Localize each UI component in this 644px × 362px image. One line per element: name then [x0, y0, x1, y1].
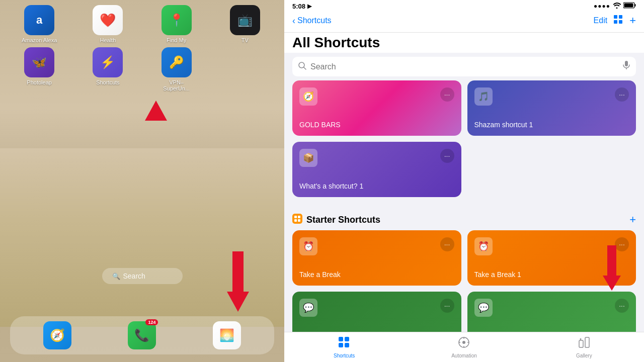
gold-bars-more-button[interactable]: ···: [440, 87, 454, 102]
svg-rect-6: [619, 20, 622, 24]
svg-rect-12: [294, 216, 297, 218]
safari-icon: 🧭: [50, 328, 65, 342]
search-magnifier-icon: 🔍: [112, 273, 120, 280]
app-vpn[interactable]: 🔑 VPN–SuperUn...: [156, 47, 197, 92]
dock-phone[interactable]: 📞 124: [128, 321, 156, 349]
status-bar: 5:08 ▶ ●●●●: [284, 0, 644, 12]
shortcuts-label: Shortcuts: [96, 79, 119, 85]
nav-back-button[interactable]: ‹ Shortcuts: [292, 16, 332, 26]
edit-button[interactable]: Edit: [594, 16, 608, 25]
svg-rect-17: [345, 337, 349, 341]
shortcut-shazam[interactable]: 🎵 ··· Shazam shortcut 1: [467, 80, 636, 136]
svg-rect-5: [614, 20, 617, 24]
shortcuts-tab-icon: [338, 336, 350, 351]
shortcuts-icon: ⚡: [93, 47, 123, 77]
search-container: [284, 53, 644, 80]
grid-view-button[interactable]: [613, 15, 623, 27]
starter-shortcuts-header: Starter Shortcuts +: [292, 207, 636, 230]
phone-search-label: Search: [123, 272, 145, 280]
signal-icon: ●●●●: [594, 3, 610, 10]
search-input[interactable]: [310, 62, 619, 71]
card-arrow-shaft: [607, 245, 616, 276]
app-health[interactable]: ❤️ Health: [88, 5, 128, 43]
app-grid: a Amazon Alexa ❤️ Health 📍 Find My 📺: [5, 5, 279, 96]
tab-automation[interactable]: Automation: [404, 336, 524, 360]
dock-safari[interactable]: 🧭: [43, 321, 71, 349]
svg-rect-19: [345, 343, 349, 347]
take-break-name: Take a Break: [299, 270, 454, 279]
starter-section-icon: [292, 214, 302, 226]
app-photoleap[interactable]: 🦋 Photoleap: [19, 47, 59, 92]
red-arrow-down: [227, 251, 249, 312]
shortcut-text-last-image[interactable]: 💬 ··· Text Last Image: [292, 292, 461, 332]
photoleap-label: Photoleap: [27, 79, 52, 85]
shazam-icon: 🎵: [474, 87, 493, 106]
arrow-shaft-down: [232, 251, 244, 292]
gallery-tab-label: Gallery: [576, 353, 592, 358]
tab-gallery[interactable]: Gallery: [524, 336, 644, 360]
whats-shortcut-name: What's a shortcut? 1: [299, 182, 454, 190]
shortcut-gold-bars[interactable]: 🧭 ··· GOLD BARS: [292, 80, 461, 136]
svg-rect-1: [635, 4, 636, 7]
svg-rect-13: [298, 216, 300, 218]
photos-icon: 🌅: [219, 328, 234, 342]
gold-bars-name: GOLD BARS: [299, 121, 454, 129]
nav-bar: ‹ Shortcuts Edit +: [284, 12, 644, 33]
shazam-more-button[interactable]: ···: [615, 87, 629, 102]
take-break-more-button[interactable]: ···: [440, 237, 454, 251]
wifi-icon: [613, 2, 621, 10]
svg-rect-14: [294, 219, 297, 222]
automation-tab-label: Automation: [451, 353, 477, 358]
shortcuts-panel: 5:08 ▶ ●●●● ‹ Shortcuts Edit + All Short…: [284, 0, 644, 362]
location-icon: ▶: [307, 3, 311, 10]
vpn-icon: 🔑: [162, 47, 192, 77]
shortcut-take-break-1[interactable]: ⏰ ··· Take a Break 1: [467, 230, 636, 286]
card-header: 💬 ···: [474, 299, 629, 317]
status-time: 5:08 ▶: [292, 3, 311, 10]
svg-rect-2: [624, 4, 633, 8]
mic-icon: [623, 61, 630, 72]
phone-screen: a Amazon Alexa ❤️ Health 📍 Find My 📺: [0, 0, 284, 362]
app-alexa[interactable]: a Amazon Alexa: [19, 5, 59, 43]
phone-dock: 🧭 📞 124 🌅: [10, 316, 274, 354]
findmy-icon: 📍: [162, 5, 192, 35]
whats-shortcut-more-button[interactable]: ···: [440, 149, 454, 163]
findmy-label: Find My: [167, 37, 186, 43]
take-break-1-icon: ⏰: [474, 237, 493, 255]
phone-badge: 124: [145, 319, 158, 325]
svg-rect-3: [614, 15, 617, 19]
shortcut-whats-a-shortcut[interactable]: 📦 ··· What's a shortcut? 1: [292, 142, 461, 197]
tv-label: TV: [242, 37, 249, 43]
text-last-image-2-icon: 💬: [474, 299, 493, 317]
tab-bar: Shortcuts Automation Gallery: [284, 332, 644, 362]
text-last-image-2-more-button[interactable]: ···: [615, 299, 629, 313]
svg-point-21: [462, 341, 465, 344]
svg-rect-27: [585, 337, 589, 347]
all-shortcuts-grid: 🧭 ··· GOLD BARS 🎵 ··· Shazam shortcut 1: [292, 80, 636, 197]
time-display: 5:08: [292, 3, 305, 10]
vpn-label: VPN–SuperUn...: [156, 79, 197, 92]
whats-shortcut-icon: 📦: [299, 149, 317, 167]
search-icon: [298, 62, 306, 72]
app-findmy[interactable]: 📍 Find My: [156, 5, 197, 43]
starter-section-title: Starter Shortcuts: [306, 215, 380, 225]
dock-photos[interactable]: 🌅: [213, 321, 241, 349]
add-button[interactable]: +: [629, 14, 636, 27]
section-title-row: Starter Shortcuts: [292, 214, 380, 226]
photoleap-icon: 🦋: [24, 47, 54, 77]
card-header: 🧭 ···: [299, 87, 454, 106]
card-header: 🎵 ···: [474, 87, 629, 106]
phone-icon: 📞: [134, 328, 149, 342]
shortcut-take-break[interactable]: ⏰ ··· Take a Break: [292, 230, 461, 286]
app-shortcuts[interactable]: ⚡ Shortcuts: [88, 47, 128, 92]
shortcut-text-last-image-2[interactable]: 💬 ··· Text Last Imag...: [467, 292, 636, 332]
app-tv[interactable]: 📺 TV: [225, 5, 265, 43]
text-last-image-icon: 💬: [299, 299, 317, 317]
battery-icon: [623, 2, 636, 10]
starter-add-button[interactable]: +: [629, 213, 636, 226]
chevron-left-icon: ‹: [292, 16, 295, 26]
tab-shortcuts[interactable]: Shortcuts: [284, 336, 404, 360]
phone-search-bar[interactable]: 🔍 Search: [102, 268, 183, 284]
text-last-image-more-button[interactable]: ···: [440, 299, 454, 313]
health-label: Health: [100, 37, 116, 43]
